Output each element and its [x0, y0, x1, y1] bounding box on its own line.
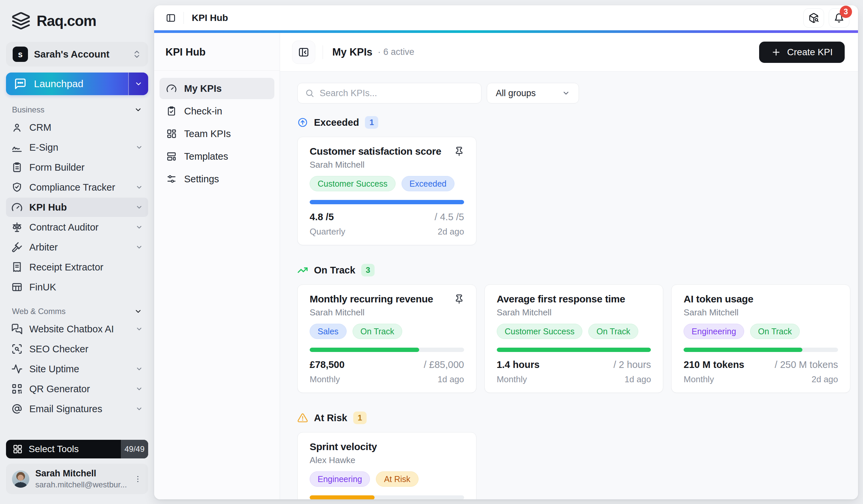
- module-nav-label: Settings: [184, 174, 219, 185]
- scales-icon: [11, 222, 23, 233]
- module-nav: My KPIsCheck-inTeam KPIsTemplatesSetting…: [154, 70, 280, 198]
- sidebar-item-site-uptime[interactable]: Site Uptime: [6, 359, 148, 378]
- accent-gradient-bar: [154, 30, 858, 33]
- kpi-owner: Sarah Mitchell: [684, 307, 838, 318]
- topbar: KPI Hub 3: [154, 5, 858, 30]
- window-body: KPI Hub My KPIsCheck-inTeam KPIsTemplate…: [154, 33, 858, 499]
- module-nav-templates[interactable]: Templates: [160, 146, 274, 167]
- search-icon: [305, 89, 314, 98]
- sidebar-spacer: [6, 419, 148, 440]
- launchpad-dropdown-button[interactable]: [128, 73, 148, 95]
- kebab-menu-icon[interactable]: [134, 474, 142, 484]
- kpi-card-title-row: Average first response time: [497, 294, 651, 305]
- group-filter-value: All groups: [496, 88, 536, 99]
- kpi-tag-customer-success: Customer Success: [310, 176, 396, 191]
- launchpad-button[interactable]: Launchpad: [6, 73, 128, 95]
- sidebar-item-email-signatures[interactable]: Email Signatures: [6, 399, 148, 418]
- sidebar-section-label: Web & Comms: [12, 307, 134, 316]
- module-nav-settings[interactable]: Settings: [160, 168, 274, 190]
- account-switcher[interactable]: s Sarah's Account: [6, 42, 148, 66]
- kpi-target-value: / 2 hours: [614, 359, 651, 370]
- sidebar-item-kpi-hub[interactable]: KPI Hub: [6, 198, 148, 217]
- sidebar-item-arbiter[interactable]: Arbiter: [6, 237, 148, 257]
- main-panel: My KPIs · 6 active Create KPI: [280, 33, 858, 499]
- user-name: Sarah Mitchell: [35, 468, 127, 479]
- kpi-card-monthly-recurring-revenue[interactable]: Monthly recurring revenueSarah MitchellS…: [297, 284, 476, 393]
- sidebar-item-label: CRM: [29, 122, 143, 133]
- kpi-section-label: Exceeded: [314, 117, 359, 128]
- group-filter-select[interactable]: All groups: [487, 83, 579, 103]
- kpi-card-customer-satisfaction-score[interactable]: Customer satisfaction scoreSarah Mitchel…: [297, 137, 476, 245]
- kpi-section-on-track: On Track3Monthly recurring revenueSarah …: [297, 264, 850, 393]
- kpi-card-average-first-response-time[interactable]: Average first response timeSarah Mitchel…: [485, 284, 664, 393]
- sidebar-item-receipt-extractor[interactable]: Receipt Extractor: [6, 258, 148, 277]
- kpi-title: Monthly recurring revenue: [310, 294, 454, 305]
- module-nav-label: Team KPIs: [184, 128, 231, 139]
- sidebar-section-web-comms[interactable]: Web & Comms: [12, 307, 142, 316]
- create-kpi-button[interactable]: Create KPI: [759, 42, 845, 63]
- panel-collapse-button[interactable]: [292, 41, 315, 64]
- module-title: KPI Hub: [154, 33, 280, 70]
- kpi-section-count-badge: 3: [361, 264, 375, 276]
- kpi-section-at-risk: At Risk1Sprint velocityAlex HawkeEnginee…: [297, 412, 850, 499]
- kpi-tag-on-track: On Track: [750, 324, 800, 339]
- kpi-progress-track: [310, 348, 464, 352]
- sidebar-item-seo-checker[interactable]: SEO Checker: [6, 339, 148, 359]
- activity-icon: [11, 363, 23, 375]
- sidebar-item-label: Receipt Extractor: [29, 262, 143, 273]
- kpi-progress-fill: [310, 495, 375, 499]
- topbar-title: KPI Hub: [192, 13, 803, 23]
- sidebar-item-e-sign[interactable]: E-Sign: [6, 138, 148, 157]
- kpi-cards-row: Sprint velocityAlex HawkeEngineeringAt R…: [297, 432, 850, 499]
- kpi-section-label: On Track: [314, 265, 355, 276]
- chevron-down-icon: [136, 204, 143, 211]
- sidebar-nav: BusinessCRME-SignForm BuilderCompliance …: [6, 95, 148, 419]
- kpi-card-ai-token-usage[interactable]: AI token usageSarah MitchellEngineeringO…: [671, 284, 850, 393]
- search-input[interactable]: [320, 88, 474, 99]
- sidebar-item-contract-auditor[interactable]: Contract Auditor: [6, 218, 148, 237]
- sidebar-item-website-chatbox-ai[interactable]: Website Chatbox AI: [6, 319, 148, 339]
- kpi-values-row: 210 M tokens/ 250 M tokens: [684, 359, 838, 370]
- chevron-down-icon: [136, 223, 143, 231]
- sidebar-section-label: Business: [12, 105, 134, 114]
- module-nav-label: Templates: [184, 151, 228, 162]
- create-kpi-label: Create KPI: [787, 47, 833, 57]
- user-card[interactable]: Sarah Mitchell sarah.mitchell@westbur...: [6, 464, 148, 494]
- kpi-values-row: 4.8 /5/ 4.5 /5: [310, 211, 464, 222]
- kpi-updated: 1d ago: [625, 374, 651, 385]
- user-email: sarah.mitchell@westbur...: [35, 480, 127, 489]
- alert-triangle-icon: [297, 413, 308, 423]
- package-search-button[interactable]: [803, 8, 824, 28]
- module-nav-check-in[interactable]: Check-in: [160, 101, 274, 122]
- kpi-card-title-row: AI token usage: [684, 294, 838, 305]
- sidebar-item-crm[interactable]: CRM: [6, 118, 148, 137]
- sidebar-section-business[interactable]: Business: [12, 105, 142, 114]
- kpi-card-title-row: Monthly recurring revenue: [310, 294, 464, 305]
- module-nav-team-kpis[interactable]: Team KPIs: [160, 123, 274, 144]
- sidebar-item-finuk[interactable]: FinUK: [6, 277, 148, 297]
- sidebar-item-compliance-tracker[interactable]: Compliance Tracker: [6, 178, 148, 197]
- kpi-card-footer: Monthly1d ago: [310, 374, 464, 385]
- kpi-tags: SalesOn Track: [310, 324, 464, 339]
- kpi-tags: EngineeringOn Track: [684, 324, 838, 339]
- kpi-updated: 2d ago: [438, 227, 464, 237]
- gavel-icon: [11, 242, 23, 253]
- kpi-card-sprint-velocity[interactable]: Sprint velocityAlex HawkeEngineeringAt R…: [297, 432, 476, 499]
- kpi-updated: 1d ago: [438, 374, 464, 385]
- kpi-current-value: 4.8 /5: [310, 211, 334, 222]
- pin-icon[interactable]: [454, 294, 464, 304]
- circle-arrow-up-icon: [297, 117, 308, 128]
- kpi-sections: Exceeded1Customer satisfaction scoreSara…: [297, 116, 850, 499]
- sidebar-toggle-button[interactable]: [163, 10, 179, 26]
- sidebar-item-label: Website Chatbox AI: [29, 324, 129, 335]
- pin-icon[interactable]: [454, 146, 464, 156]
- kpi-owner: Sarah Mitchell: [310, 307, 464, 318]
- select-tools-button[interactable]: Select Tools 49/49: [6, 440, 148, 458]
- select-tools-label: Select Tools: [29, 444, 78, 454]
- notifications-button[interactable]: 3: [829, 8, 849, 28]
- module-nav-my-kpis[interactable]: My KPIs: [160, 78, 274, 99]
- sidebar-item-form-builder[interactable]: Form Builder: [6, 158, 148, 177]
- brand-logo: Raq.com: [6, 9, 148, 42]
- sidebar-item-qr-generator[interactable]: QR Generator: [6, 379, 148, 399]
- chevron-down-icon: [134, 106, 142, 114]
